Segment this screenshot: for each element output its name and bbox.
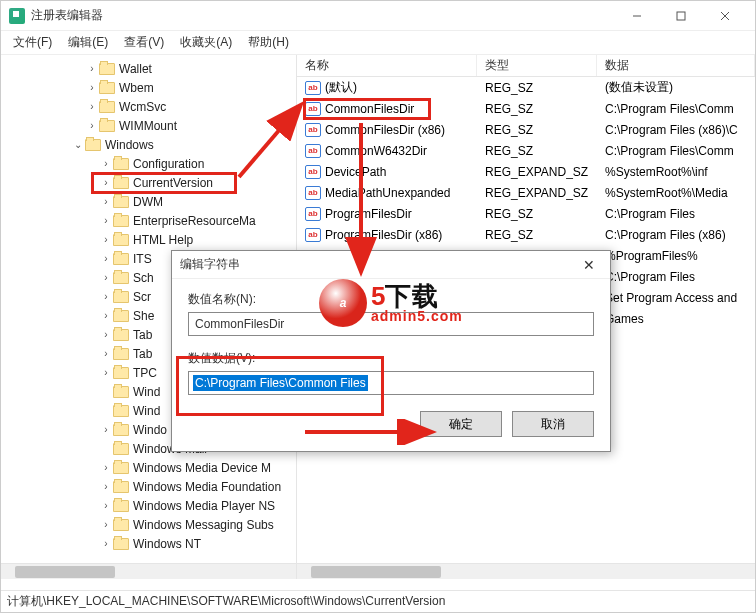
folder-icon — [113, 196, 129, 208]
cell-type: REG_SZ — [477, 207, 597, 221]
list-scrollbar-h[interactable] — [297, 563, 755, 579]
folder-icon — [113, 348, 129, 360]
tree-row[interactable]: DWM — [1, 192, 296, 211]
list-row[interactable]: CommonFilesDir (x86)REG_SZC:\Program Fil… — [297, 119, 755, 140]
list-header[interactable]: 名称 类型 数据 — [297, 55, 755, 77]
chevron-icon[interactable] — [99, 385, 113, 399]
tree-row[interactable]: HTML Help — [1, 230, 296, 249]
cell-name: CommonW6432Dir — [325, 144, 427, 158]
cell-data: C:\Program Files\Comm — [597, 144, 755, 158]
cell-data: C:\Program Files (x86)\C — [597, 123, 755, 137]
menu-help[interactable]: 帮助(H) — [240, 32, 297, 53]
folder-icon — [99, 63, 115, 75]
cell-type: REG_EXPAND_SZ — [477, 186, 597, 200]
chevron-icon[interactable] — [99, 176, 113, 190]
cell-data: %ProgramFiles% — [597, 249, 755, 263]
list-row[interactable]: (默认)REG_SZ(数值未设置) — [297, 77, 755, 98]
chevron-icon[interactable] — [85, 81, 99, 95]
list-row[interactable]: CommonFilesDirREG_SZC:\Program Files\Com… — [297, 98, 755, 119]
tree-scrollbar-h[interactable] — [1, 563, 296, 579]
label-value-name: 数值名称(N): — [188, 291, 594, 308]
chevron-icon[interactable] — [99, 404, 113, 418]
chevron-icon[interactable] — [99, 309, 113, 323]
cancel-button[interactable]: 取消 — [512, 411, 594, 437]
folder-icon — [113, 158, 129, 170]
chevron-icon[interactable] — [85, 119, 99, 133]
tree-label: Wallet — [119, 62, 152, 76]
tree-row[interactable]: Configuration — [1, 154, 296, 173]
minimize-button[interactable] — [615, 1, 659, 31]
folder-icon — [113, 215, 129, 227]
folder-icon — [99, 120, 115, 132]
dialog-close-button[interactable]: ✕ — [576, 254, 602, 276]
chevron-icon[interactable] — [99, 423, 113, 437]
cell-type: REG_SZ — [477, 123, 597, 137]
chevron-icon[interactable] — [99, 537, 113, 551]
chevron-icon[interactable] — [99, 271, 113, 285]
maximize-button[interactable] — [659, 1, 703, 31]
menu-file[interactable]: 文件(F) — [5, 32, 60, 53]
chevron-icon[interactable] — [99, 214, 113, 228]
chevron-icon[interactable] — [99, 461, 113, 475]
value-name-field[interactable] — [188, 312, 594, 336]
folder-icon — [113, 424, 129, 436]
chevron-icon[interactable] — [99, 366, 113, 380]
tree-label: Configuration — [133, 157, 204, 171]
folder-icon — [113, 310, 129, 322]
list-row[interactable]: CommonW6432DirREG_SZC:\Program Files\Com… — [297, 140, 755, 161]
ok-button[interactable]: 确定 — [420, 411, 502, 437]
tree-label: Sch — [133, 271, 154, 285]
chevron-icon[interactable] — [99, 442, 113, 456]
tree-row[interactable]: Windows NT — [1, 534, 296, 553]
list-row[interactable]: MediaPathUnexpandedREG_EXPAND_SZ%SystemR… — [297, 182, 755, 203]
tree-row[interactable]: Windows Media Player NS — [1, 496, 296, 515]
chevron-icon[interactable] — [85, 100, 99, 114]
tree-row[interactable]: WcmSvc — [1, 97, 296, 116]
tree-row[interactable]: Wbem — [1, 78, 296, 97]
folder-icon — [113, 481, 129, 493]
menu-view[interactable]: 查看(V) — [116, 32, 172, 53]
folder-icon — [113, 234, 129, 246]
menu-fav[interactable]: 收藏夹(A) — [172, 32, 240, 53]
dialog-title: 编辑字符串 — [180, 256, 576, 273]
chevron-icon[interactable] — [85, 62, 99, 76]
chevron-icon[interactable] — [99, 157, 113, 171]
tree-row[interactable]: EnterpriseResourceMa — [1, 211, 296, 230]
folder-icon — [113, 291, 129, 303]
tree-label: TPC — [133, 366, 157, 380]
string-value-icon — [305, 144, 321, 158]
list-row[interactable]: ProgramFilesDir (x86)REG_SZC:\Program Fi… — [297, 224, 755, 245]
tree-label: Windows NT — [133, 537, 201, 551]
col-data[interactable]: 数据 — [597, 55, 755, 76]
close-button[interactable] — [703, 1, 747, 31]
tree-row[interactable]: CurrentVersion — [1, 173, 296, 192]
col-name[interactable]: 名称 — [297, 55, 477, 76]
tree-row[interactable]: WIMMount — [1, 116, 296, 135]
string-value-icon — [305, 228, 321, 242]
folder-icon — [113, 519, 129, 531]
list-row[interactable]: DevicePathREG_EXPAND_SZ%SystemRoot%\inf — [297, 161, 755, 182]
tree-row[interactable]: Windows — [1, 135, 296, 154]
chevron-icon[interactable] — [99, 518, 113, 532]
tree-row[interactable]: Windows Messaging Subs — [1, 515, 296, 534]
chevron-icon[interactable] — [99, 233, 113, 247]
chevron-icon[interactable] — [99, 290, 113, 304]
cell-type: REG_EXPAND_SZ — [477, 165, 597, 179]
col-type[interactable]: 类型 — [477, 55, 597, 76]
tree-row[interactable]: Wallet — [1, 59, 296, 78]
label-value-data: 数值数据(V): — [188, 350, 594, 367]
chevron-icon[interactable] — [99, 195, 113, 209]
folder-icon — [99, 82, 115, 94]
list-row[interactable]: ProgramFilesDirREG_SZC:\Program Files — [297, 203, 755, 224]
chevron-icon[interactable] — [99, 480, 113, 494]
tree-label: Windows Media Foundation — [133, 480, 281, 494]
chevron-icon[interactable] — [99, 252, 113, 266]
chevron-icon[interactable] — [99, 499, 113, 513]
chevron-icon[interactable] — [71, 138, 85, 152]
menu-edit[interactable]: 编辑(E) — [60, 32, 116, 53]
cell-data: C:\Program Files — [597, 207, 755, 221]
chevron-icon[interactable] — [99, 328, 113, 342]
chevron-icon[interactable] — [99, 347, 113, 361]
tree-row[interactable]: Windows Media Foundation — [1, 477, 296, 496]
tree-row[interactable]: Windows Media Device M — [1, 458, 296, 477]
